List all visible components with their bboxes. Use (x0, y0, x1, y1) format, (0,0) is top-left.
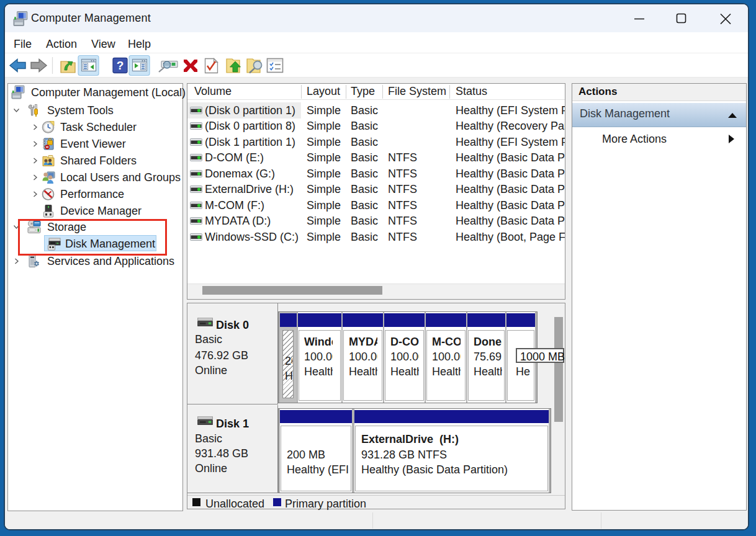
svg-text:?: ? (117, 59, 124, 72)
